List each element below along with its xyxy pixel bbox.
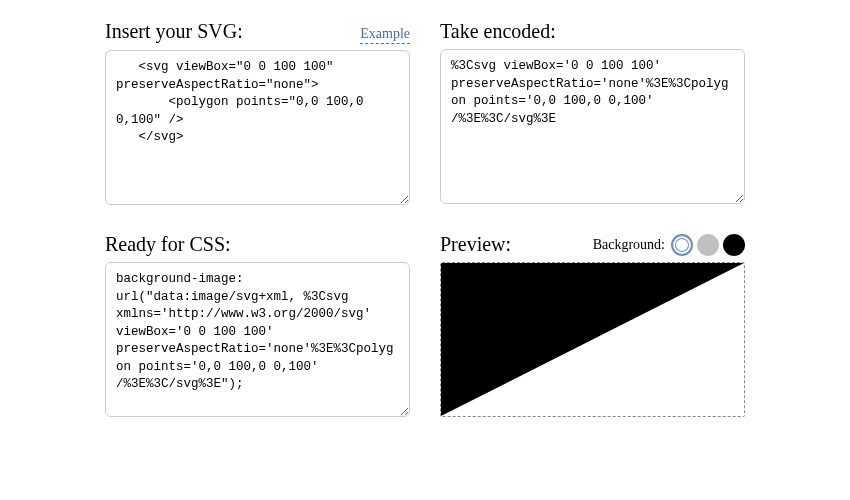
preview-title: Preview: xyxy=(440,233,511,256)
panel-input-header: Insert your SVG: Example xyxy=(105,20,410,44)
preview-svg-render xyxy=(441,263,744,416)
example-link[interactable]: Example xyxy=(360,26,410,44)
swatch-silver[interactable] xyxy=(697,234,719,256)
background-swatch-group: Background: xyxy=(593,234,745,256)
css-output[interactable] xyxy=(105,262,410,417)
encoded-title: Take encoded: xyxy=(440,20,556,43)
panel-css-header: Ready for CSS: xyxy=(105,233,410,256)
panel-encoded-header: Take encoded: xyxy=(440,20,745,43)
panel-preview-header: Preview: Background: xyxy=(440,233,745,256)
encoded-output[interactable] xyxy=(440,49,745,204)
swatch-white[interactable] xyxy=(671,234,693,256)
background-label: Background: xyxy=(593,237,665,253)
panel-preview: Preview: Background: xyxy=(440,233,745,417)
preview-box xyxy=(440,262,745,417)
panel-css: Ready for CSS: xyxy=(105,233,410,417)
svg-input[interactable] xyxy=(105,50,410,205)
panel-encoded: Take encoded: xyxy=(440,20,745,205)
swatch-black[interactable] xyxy=(723,234,745,256)
main-grid: Insert your SVG: Example Take encoded: R… xyxy=(0,20,850,417)
css-title: Ready for CSS: xyxy=(105,233,231,256)
input-title: Insert your SVG: xyxy=(105,20,243,43)
panel-input: Insert your SVG: Example xyxy=(105,20,410,205)
